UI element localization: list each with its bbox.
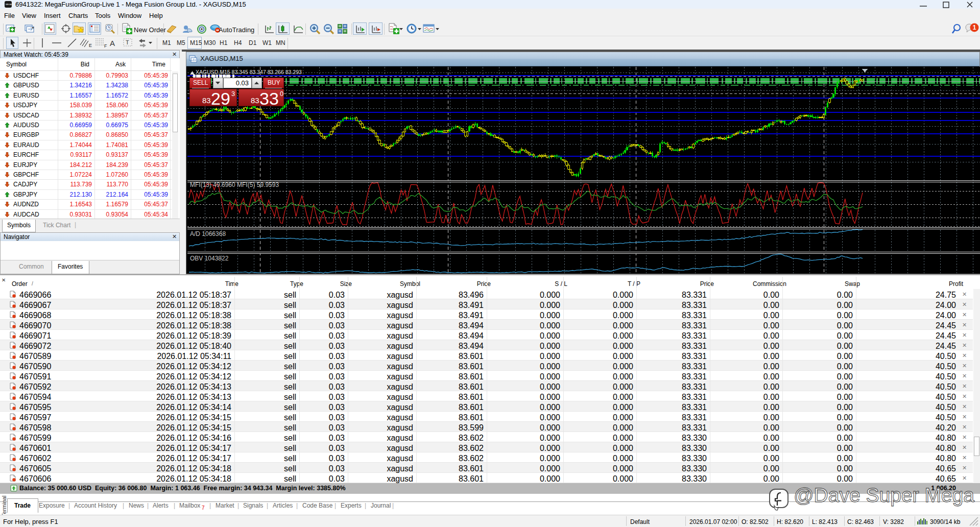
svg-text:Terminal: Terminal (1, 495, 7, 517)
svg-text:XAGUSD,M15 83.345 83.347 83.2: XAGUSD,M15 83.345 83.347 83.266 83.293 (196, 69, 302, 75)
svg-text:1: 1 (973, 24, 976, 31)
svg-text:A/D 1066368: A/D 1066368 (190, 230, 226, 237)
svg-text:OBV 1043822: OBV 1043822 (190, 255, 229, 262)
svg-text:MFI(13) 49.6960 MFI(5) 59.959: MFI(13) 49.6960 MFI(5) 59.9593 (190, 181, 279, 188)
